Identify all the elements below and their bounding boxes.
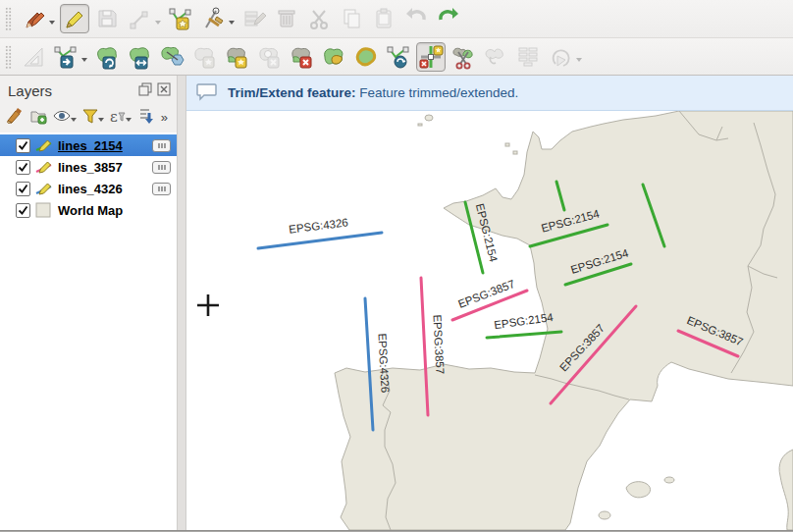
advanced-edit-tools-dropdown[interactable]: [229, 21, 235, 27]
current-edits-button[interactable]: [19, 4, 48, 33]
save-edits-button: [92, 4, 122, 33]
layer-symbol-editing: [35, 159, 53, 175]
undo-button: [401, 4, 431, 33]
toolbar-drag-handle[interactable]: [5, 7, 12, 30]
offset-curve-button[interactable]: [351, 42, 381, 72]
add-group-button[interactable]: [27, 106, 49, 128]
layer-name: World Map: [58, 203, 123, 218]
redo-button[interactable]: [434, 4, 463, 33]
multiedit-icon: [242, 7, 266, 30]
scissors-icon: [307, 7, 331, 30]
reshape-features-button[interactable]: [319, 42, 348, 72]
float-panel-button[interactable]: [137, 83, 152, 98]
qgis-window: { "toolbar_primary": { "buttons": [ {"na…: [0, 0, 793, 532]
layer-row-world-map[interactable]: World Map: [0, 199, 177, 221]
editable-indicator-icon[interactable]: [152, 183, 171, 195]
rotate-feature-button[interactable]: [92, 42, 122, 72]
cut-features-button: [304, 4, 334, 33]
advanced-edit-tools-button[interactable]: [198, 4, 228, 33]
merge-attrs-icon: [515, 44, 541, 70]
layer-name: lines_4326: [58, 182, 123, 196]
pencil-icon: [39, 140, 51, 151]
layer-checkbox[interactable]: [16, 203, 30, 218]
layer-symbol-editing: [35, 181, 53, 196]
blob-red-x-icon: [289, 44, 314, 70]
panel-overflow-button[interactable]: »: [159, 106, 169, 128]
delete-selected-button: [272, 4, 301, 33]
split-parts-button[interactable]: [449, 42, 478, 72]
collapse-tree-icon: [137, 107, 155, 128]
chevron-down-icon: [126, 118, 132, 125]
advanced-digitizing-toolbar: [0, 38, 793, 76]
add-part-button: [189, 42, 219, 72]
filter-by-expression-button[interactable]: ε: [108, 106, 133, 128]
layers-panel-title: Layers: [8, 82, 133, 99]
message-title: Trim/Extend feature:: [228, 85, 356, 100]
undo-arrow-icon: [403, 6, 429, 31]
expand-collapse-all-button[interactable]: [135, 106, 157, 128]
simplify-feature-button[interactable]: [125, 42, 154, 72]
filter-legend-button[interactable]: [80, 106, 106, 128]
layers-panel-header: Layers: [0, 76, 177, 103]
blob-x-icon: [256, 44, 282, 70]
blob-arrows-icon: [127, 44, 152, 70]
copy-features-button: [337, 4, 366, 33]
paste-features-button: [369, 4, 398, 33]
map-canvas[interactable]: EPSG:4326 EPSG:4326 EPSG:3857 EPSG:3857 …: [186, 111, 793, 530]
vertex-split-icon: [386, 44, 411, 70]
layer-row-lines-2154[interactable]: lines_2154: [0, 134, 177, 156]
pencil-icon: [39, 184, 51, 194]
vertex-tool-button[interactable]: [166, 4, 195, 33]
blob-reshape-icon: [321, 44, 346, 70]
panel-splitter[interactable]: [177, 76, 186, 530]
layer-checkbox[interactable]: [16, 182, 30, 196]
layer-symbol-editing: [35, 137, 53, 153]
epsilon-icon: ε: [110, 108, 118, 126]
land-channel-island: [505, 143, 509, 146]
filter-badge-icon: [118, 110, 126, 125]
cad-tools-button: [19, 42, 48, 72]
add-ring-button[interactable]: [157, 42, 186, 72]
toolbar-drag-handle-2[interactable]: [5, 45, 12, 69]
pencil-icon: [39, 162, 51, 173]
merge-attributes-button: [513, 42, 543, 72]
editable-indicator-icon[interactable]: [152, 139, 171, 152]
move-feature-button[interactable]: [51, 42, 80, 72]
move-feature-dropdown[interactable]: [81, 58, 87, 65]
bean-outline-icon: [353, 44, 379, 70]
yellow-pencil-icon: [63, 7, 86, 30]
trim-extend-button[interactable]: [416, 42, 446, 72]
layer-symbol-fill: [35, 202, 53, 218]
message-bar: Trim/Extend feature: Feature trimmed/ext…: [186, 76, 793, 111]
current-edits-dropdown[interactable]: [49, 21, 55, 27]
layer-tree: lines_2154 lines_3857 lines_4326: [0, 133, 177, 530]
layer-checkbox[interactable]: [16, 138, 30, 153]
copy-sheets-icon: [340, 7, 363, 30]
delete-part-button[interactable]: [287, 42, 316, 72]
editable-indicator-icon[interactable]: [152, 161, 171, 174]
land-channel-island: [513, 151, 517, 154]
floppy-pencil-icon: [95, 7, 119, 30]
scissors-blobs-icon: [450, 44, 476, 70]
segment-node-icon: [128, 7, 151, 30]
layer-checkbox[interactable]: [16, 160, 30, 175]
merge-features-button: [481, 42, 510, 72]
layer-row-lines-3857[interactable]: lines_3857: [0, 156, 177, 178]
close-icon: [157, 82, 171, 99]
chevron-down-icon: [71, 118, 77, 125]
open-layer-styling-button[interactable]: [4, 106, 26, 128]
toggle-editing-button[interactable]: [60, 4, 89, 33]
layer-row-lines-4326[interactable]: lines_4326: [0, 178, 177, 199]
land-islet: [425, 115, 433, 121]
blob-hexagon-icon: [159, 44, 185, 70]
multiedit-attributes-button: [239, 4, 269, 33]
fill-ring-button[interactable]: [222, 42, 251, 72]
funnel-icon: [82, 108, 98, 127]
close-panel-button[interactable]: [156, 83, 171, 98]
layer-name: lines_3857: [58, 160, 123, 175]
manage-map-themes-button[interactable]: [51, 106, 79, 128]
double-pencil-icon: [22, 7, 45, 30]
message-text: Trim/Extend feature: Feature trimmed/ext…: [228, 85, 518, 100]
split-features-button[interactable]: [384, 42, 413, 72]
merge-blobs-icon: [483, 44, 508, 70]
